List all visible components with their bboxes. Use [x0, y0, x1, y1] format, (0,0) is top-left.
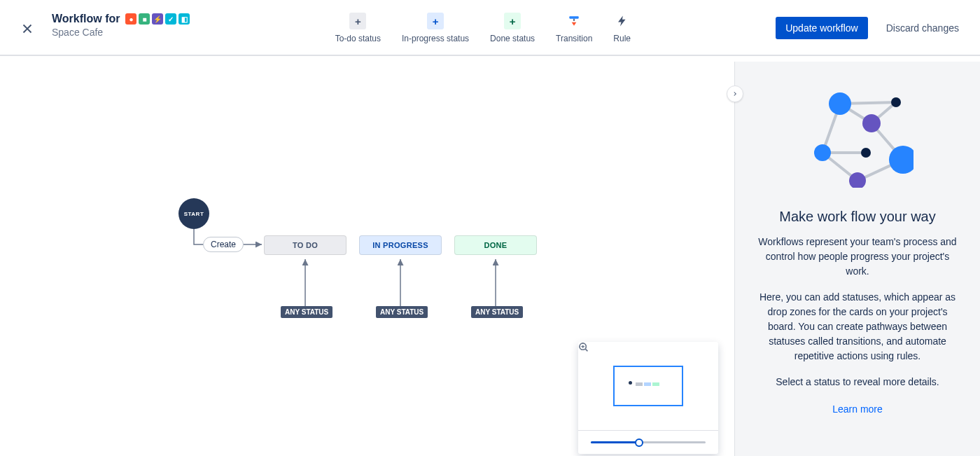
panel-title: Make work flow your way [779, 209, 935, 225]
svg-point-24 [814, 144, 831, 161]
svg-marker-1 [572, 22, 577, 26]
project-icon-red: ● [125, 13, 136, 25]
minimap-status-bars [636, 382, 659, 386]
start-label: START [184, 211, 204, 217]
workflow-illustration [802, 90, 913, 191]
any-status-label[interactable]: ANY STATUS [281, 306, 332, 318]
zoom-controls [578, 430, 718, 454]
panel-paragraph-3: Select a status to reveal more details. [776, 375, 939, 389]
add-inprogress-status-button[interactable]: + In-progress status [402, 13, 469, 43]
tool-label: Rule [613, 34, 631, 43]
add-done-status-button[interactable]: + Done status [490, 13, 535, 43]
page-title: Workflow for [52, 13, 120, 25]
toolbar: + To-do status + In-progress status + Do… [335, 13, 631, 43]
minimap-bar-progress [644, 382, 651, 386]
project-icon-doc: ◧ [178, 13, 190, 25]
plus-blue-icon: + [427, 13, 444, 29]
header-actions: Update workflow Discard changes [776, 17, 963, 39]
update-workflow-button[interactable]: Update workflow [776, 17, 868, 39]
create-label: Create [211, 240, 236, 249]
title-block: Workflow for ● ■ ⚡ ✓ ◧ Space Cafe [52, 13, 190, 38]
learn-more-link[interactable]: Learn more [832, 403, 883, 415]
tool-label: To-do status [335, 34, 381, 43]
start-node[interactable]: START [178, 198, 209, 229]
project-type-icons: ● ■ ⚡ ✓ ◧ [125, 13, 190, 25]
project-icon-purple: ⚡ [152, 13, 163, 25]
zoom-in-icon [578, 342, 589, 353]
tool-label: In-progress status [402, 34, 469, 43]
side-panel-toggle[interactable] [727, 85, 743, 102]
close-button[interactable] [17, 18, 38, 39]
panel-paragraph-1: Workflows represent your team's process … [755, 235, 960, 279]
minimap [578, 342, 718, 454]
status-label: IN PROGRESS [372, 241, 428, 249]
status-done[interactable]: DONE [454, 235, 537, 255]
svg-point-25 [861, 148, 871, 158]
svg-point-21 [829, 92, 851, 115]
plus-green-icon: + [504, 13, 521, 29]
add-transition-button[interactable]: Transition [556, 13, 592, 43]
project-name: Space Cafe [52, 27, 190, 38]
close-icon [20, 21, 35, 36]
status-label: TO DO [293, 241, 318, 249]
discard-changes-button[interactable]: Discard changes [882, 22, 963, 34]
minimap-bar-todo [636, 382, 643, 386]
svg-point-22 [891, 97, 901, 107]
create-transition[interactable]: Create [203, 237, 244, 252]
project-icon-check: ✓ [165, 13, 176, 25]
zoom-slider-fill [591, 441, 639, 443]
status-in-progress[interactable]: IN PROGRESS [359, 235, 442, 255]
minimap-bar-done [652, 382, 659, 386]
plus-grey-icon: + [349, 13, 366, 29]
any-status-label[interactable]: ANY STATUS [376, 306, 428, 318]
chevron-right-icon [732, 90, 738, 98]
status-todo[interactable]: TO DO [264, 235, 346, 255]
header-bar: Workflow for ● ■ ⚡ ✓ ◧ Space Cafe + To-d… [0, 0, 980, 56]
page-title-row: Workflow for ● ■ ⚡ ✓ ◧ [52, 13, 190, 25]
info-side-panel: Make work flow your way Workflows repres… [735, 62, 980, 456]
tool-label: Transition [556, 34, 592, 43]
minimap-start-dot [629, 381, 632, 385]
tool-label: Done status [490, 34, 535, 43]
any-status-label[interactable]: ANY STATUS [471, 306, 523, 318]
add-todo-status-button[interactable]: + To-do status [335, 13, 381, 43]
zoom-slider[interactable] [591, 441, 706, 443]
add-rule-button[interactable]: Rule [613, 13, 631, 43]
zoom-slider-thumb[interactable] [635, 438, 643, 447]
svg-line-10 [585, 349, 587, 351]
status-label: DONE [484, 241, 507, 249]
workflow-canvas[interactable]: START Create TO DO IN PROGRESS DONE ANY … [0, 62, 735, 456]
panel-paragraph-2: Here, you can add statuses, which appear… [755, 290, 960, 364]
project-icon-green: ■ [139, 13, 150, 25]
svg-rect-0 [570, 16, 579, 18]
bolt-icon [614, 13, 631, 29]
transition-icon [566, 13, 582, 29]
minimap-view[interactable] [578, 342, 718, 430]
svg-point-23 [862, 114, 881, 132]
minimap-viewport-frame[interactable] [613, 366, 683, 406]
